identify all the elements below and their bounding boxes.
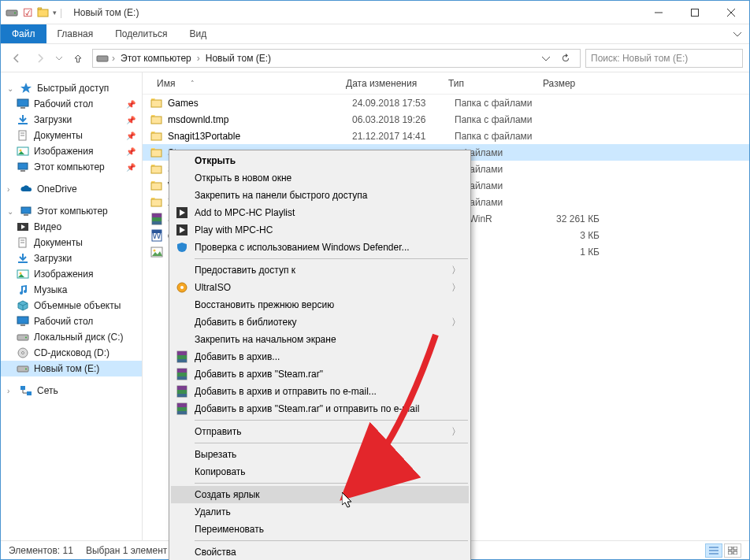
nav-item[interactable]: Загрузки — [1, 250, 142, 266]
item-count: Элементов: 11 — [9, 545, 73, 556]
nav-network[interactable]: ›Сеть — [1, 383, 142, 399]
recent-dropdown-icon[interactable] — [54, 49, 64, 68]
context-menu-item[interactable]: Добавить в архив "Steam.rar" — [171, 365, 469, 383]
nav-item[interactable]: Этот компьютер📌 — [1, 159, 142, 175]
drive-icon — [96, 52, 109, 65]
context-menu-item[interactable]: Удалить — [171, 503, 469, 521]
qat-dropdown-icon[interactable]: ▾ — [53, 9, 57, 17]
back-button[interactable] — [7, 49, 26, 68]
rar-icon — [176, 368, 188, 380]
nav-item[interactable]: Видео — [1, 219, 142, 235]
maximize-button[interactable] — [677, 1, 713, 24]
svg-rect-56 — [728, 547, 732, 550]
refresh-button[interactable] — [561, 54, 577, 63]
nav-item[interactable]: Документы📌 — [1, 128, 142, 143]
context-menu-label: Удалить — [195, 506, 231, 517]
context-menu-item[interactable]: Play with MPC-HC — [171, 221, 469, 239]
file-name: msdownld.tmp — [168, 114, 228, 125]
nav-this-pc[interactable]: ⌄Этот компьютер — [1, 203, 142, 219]
file-row[interactable]: Games 24.09.2018 17:53 Папка с файлами — [143, 95, 749, 111]
nav-item[interactable]: Рабочий стол📌 — [1, 96, 142, 112]
nav-item[interactable]: CD-дисковод (D:) — [1, 345, 142, 361]
address-bar[interactable]: › Этот компьютер › Новый том (E:) — [92, 49, 581, 68]
forward-button[interactable] — [31, 49, 50, 68]
svg-point-34 — [25, 369, 27, 370]
file-row[interactable]: msdownld.tmp 06.03.2018 19:26 Папка с фа… — [143, 111, 749, 128]
address-dropdown-icon[interactable] — [542, 54, 558, 62]
properties-icon[interactable]: ☑ — [21, 6, 34, 19]
breadcrumb-drive[interactable]: Новый том (E:) — [203, 53, 273, 64]
svg-rect-46 — [152, 217, 162, 221]
context-menu-item[interactable]: Добавить в библиотеку〉 — [171, 313, 469, 331]
context-menu-label: Добавить в архив "Steam.rar" — [195, 369, 323, 380]
context-menu-item[interactable]: Открыть в новом окне — [171, 169, 469, 187]
breadcrumb-sep-icon[interactable]: › — [197, 53, 200, 64]
tab-home[interactable]: Главная — [46, 24, 105, 43]
details-view-button[interactable] — [705, 543, 722, 558]
breadcrumb-sep-icon[interactable]: › — [112, 53, 115, 64]
context-menu-item[interactable]: Создать ярлык — [171, 486, 469, 503]
nav-item[interactable]: Объемные объекты — [1, 298, 142, 313]
context-menu-item[interactable]: Добавить в архив... — [171, 348, 469, 365]
context-menu-item[interactable]: Вырезать — [171, 446, 469, 463]
folder-icon — [150, 130, 163, 143]
nav-item[interactable]: Новый том (E:) — [1, 361, 142, 376]
nav-quick-access[interactable]: ⌄Быстрый доступ — [1, 80, 142, 96]
col-size[interactable]: Размер — [537, 78, 600, 89]
minimize-button[interactable] — [640, 1, 677, 24]
context-menu-item[interactable]: Предоставить доступ к〉 — [171, 261, 469, 279]
context-menu-label: Вырезать — [195, 449, 236, 460]
file-size: 32 261 КБ — [543, 213, 606, 224]
col-type[interactable]: Тип — [442, 78, 537, 89]
nav-item[interactable]: Изображения — [1, 266, 142, 282]
file-name: Snagit13Portable — [168, 131, 240, 142]
new-folder-icon[interactable] — [37, 6, 50, 19]
search-input[interactable]: Поиск: Новый том (E:) — [585, 49, 743, 68]
svg-rect-78 — [177, 407, 187, 411]
context-menu-item[interactable]: Закрепить на панели быстрого доступа — [171, 187, 469, 204]
rar-icon — [176, 402, 188, 415]
context-menu-item[interactable]: Добавить в архив "Steam.rar" и отправить… — [171, 400, 469, 417]
file-row[interactable]: Snagit13Portable 21.12.2017 14:41 Папка … — [143, 128, 749, 144]
col-date[interactable]: Дата изменения — [340, 78, 442, 89]
context-menu-item[interactable]: Add to MPC-HC Playlist — [171, 204, 469, 221]
nav-item[interactable]: Загрузки📌 — [1, 112, 142, 128]
svg-rect-37 — [151, 100, 162, 107]
ribbon-expand-icon[interactable] — [726, 24, 749, 43]
tab-share[interactable]: Поделиться — [104, 24, 178, 43]
svg-rect-8 — [17, 99, 28, 106]
context-menu-label: Переименовать — [195, 524, 264, 535]
context-menu-item[interactable]: Открыть — [171, 152, 469, 169]
tab-view[interactable]: Вид — [178, 24, 217, 43]
context-menu-item[interactable]: Закрепить на начальном экране — [171, 331, 469, 348]
nav-onedrive[interactable]: ›OneDrive — [1, 181, 142, 197]
context-menu-item[interactable]: Копировать — [171, 463, 469, 480]
context-menu-item[interactable]: Восстановить прежнюю версию — [171, 296, 469, 313]
nav-item[interactable]: Документы — [1, 235, 142, 250]
svg-rect-35 — [20, 386, 25, 390]
folder-icon — [150, 97, 163, 109]
context-menu-item[interactable]: Проверка с использованием Windows Defend… — [171, 239, 469, 256]
context-menu-label: Add to MPC-HC Playlist — [195, 207, 295, 218]
file-tab[interactable]: Файл — [1, 24, 46, 43]
close-button[interactable] — [713, 1, 749, 24]
nav-item[interactable]: Музыка — [1, 282, 142, 298]
svg-rect-28 — [20, 325, 25, 326]
nav-item[interactable]: Локальный диск (C:) — [1, 329, 142, 345]
context-menu-item[interactable]: Свойства — [171, 543, 469, 560]
nav-item[interactable]: Изображения📌 — [1, 143, 142, 159]
context-menu-item[interactable]: UltraISO〉 — [171, 279, 469, 296]
up-button[interactable] — [69, 49, 87, 68]
icons-view-button[interactable] — [724, 543, 741, 558]
context-menu-item[interactable]: Переименовать — [171, 521, 469, 538]
context-menu-item[interactable]: Добавить в архив и отправить по e-mail..… — [171, 383, 469, 400]
context-menu-item[interactable]: Отправить〉 — [171, 423, 469, 440]
ribbon-tabs: Файл Главная Поделиться Вид — [1, 24, 749, 44]
svg-rect-39 — [151, 133, 162, 140]
drive-icon — [6, 6, 18, 19]
context-menu-label: Добавить в библиотеку — [195, 317, 297, 328]
col-name[interactable]: Имя — [157, 78, 175, 89]
nav-item[interactable]: Рабочий стол — [1, 313, 142, 329]
column-headers[interactable]: Имя˄ Дата изменения Тип Размер — [143, 72, 749, 95]
breadcrumb-this-pc[interactable]: Этот компьютер — [118, 53, 194, 64]
